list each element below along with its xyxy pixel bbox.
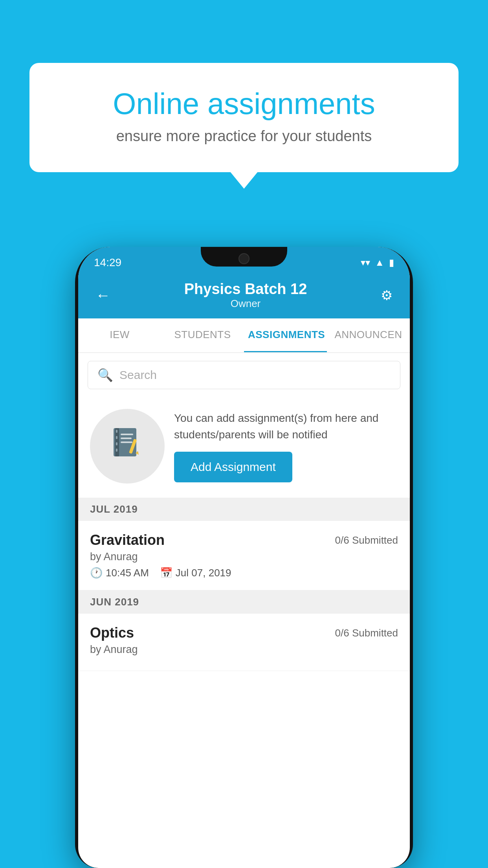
assignment-top-row: Gravitation 0/6 Submitted: [90, 532, 398, 548]
month-section-jun: JUN 2019: [78, 590, 410, 614]
assignment-date: 📅 Jul 07, 2019: [160, 567, 231, 579]
svg-rect-8: [121, 441, 132, 443]
assignment-item-optics[interactable]: Optics 0/6 Submitted by Anurag: [78, 614, 410, 671]
svg-rect-4: [116, 442, 117, 445]
promo-text: You can add assignment(s) from here and …: [174, 410, 398, 443]
header-center: Physics Batch 12 Owner: [114, 281, 378, 310]
svg-rect-5: [116, 449, 117, 452]
search-container: 🔍 Search: [78, 353, 410, 397]
bubble-subtitle: ensure more practice for your students: [57, 128, 431, 145]
tab-assignments[interactable]: ASSIGNMENTS: [244, 318, 327, 352]
phone-camera: [238, 253, 250, 264]
assignment-by: by Anurag: [90, 551, 398, 563]
month-section-jul: JUL 2019: [78, 498, 410, 521]
status-icons: ▾▾ ▲ ▮: [361, 257, 394, 268]
date-value: Jul 07, 2019: [176, 567, 231, 579]
svg-rect-7: [121, 438, 132, 439]
header-subtitle: Owner: [114, 298, 378, 310]
speech-bubble-container: Online assignments ensure more practice …: [29, 63, 459, 172]
phone-frame: 14:29 ▾▾ ▲ ▮ ← Physics Batch 12 Owner ⚙ …: [75, 247, 413, 868]
phone-screen: 14:29 ▾▾ ▲ ▮ ← Physics Batch 12 Owner ⚙ …: [78, 247, 410, 868]
search-icon: 🔍: [97, 368, 113, 383]
status-time: 14:29: [94, 256, 121, 269]
clock-icon: 🕐: [90, 567, 103, 579]
wifi-icon: ▾▾: [361, 257, 370, 268]
promo-section: You can add assignment(s) from here and …: [78, 397, 410, 498]
add-assignment-button[interactable]: Add Assignment: [174, 452, 292, 482]
search-bar[interactable]: 🔍 Search: [88, 361, 400, 389]
app-header: ← Physics Batch 12 Owner ⚙: [78, 274, 410, 318]
assignment-submitted-optics: 0/6 Submitted: [335, 627, 398, 639]
tab-students[interactable]: STUDENTS: [161, 318, 244, 352]
tab-announcements[interactable]: ANNOUNCEN: [327, 318, 410, 352]
svg-rect-2: [116, 430, 117, 433]
calendar-icon: 📅: [160, 567, 172, 579]
tab-iew[interactable]: IEW: [78, 318, 161, 352]
svg-rect-6: [121, 434, 133, 435]
search-placeholder: Search: [119, 368, 157, 382]
assignment-submitted: 0/6 Submitted: [335, 534, 398, 546]
svg-rect-3: [116, 436, 117, 439]
assignment-item-gravitation[interactable]: Gravitation 0/6 Submitted by Anurag 🕐 10…: [78, 521, 410, 590]
promo-icon-circle: [90, 409, 165, 484]
settings-button[interactable]: ⚙: [378, 284, 396, 306]
assignment-name-optics: Optics: [90, 625, 134, 641]
assignment-by-optics: by Anurag: [90, 644, 398, 656]
notebook-icon: [110, 425, 145, 468]
header-title: Physics Batch 12: [114, 281, 378, 298]
time-value: 10:45 AM: [106, 567, 149, 579]
tabs-container: IEW STUDENTS ASSIGNMENTS ANNOUNCEN: [78, 318, 410, 353]
assignment-top-row-optics: Optics 0/6 Submitted: [90, 625, 398, 641]
signal-icon: ▲: [375, 257, 384, 268]
assignment-time: 🕐 10:45 AM: [90, 567, 149, 579]
assignment-name: Gravitation: [90, 532, 165, 548]
battery-icon: ▮: [389, 257, 394, 268]
assignment-meta: 🕐 10:45 AM 📅 Jul 07, 2019: [90, 567, 398, 579]
bubble-title: Online assignments: [57, 86, 431, 121]
back-button[interactable]: ←: [92, 284, 114, 307]
speech-bubble: Online assignments ensure more practice …: [29, 63, 459, 172]
promo-content: You can add assignment(s) from here and …: [174, 410, 398, 482]
